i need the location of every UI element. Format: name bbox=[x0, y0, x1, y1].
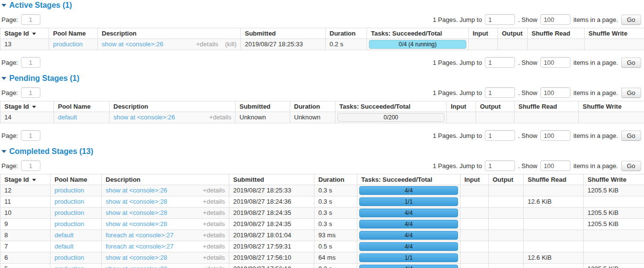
column-header-tasks-succeeded-total[interactable]: Tasks: Succeeded/Total bbox=[335, 101, 447, 112]
column-header-stage-id[interactable]: Stage Id bbox=[0, 174, 51, 185]
pool-name-link[interactable]: production bbox=[53, 40, 83, 48]
description-link[interactable]: show at <console>:28 bbox=[106, 265, 167, 268]
completed-stages-heading[interactable]: Completed Stages (13) bbox=[1, 147, 644, 156]
pool-name-link[interactable]: production bbox=[55, 187, 84, 194]
column-header-description[interactable]: Description bbox=[110, 101, 236, 112]
shuffle-write-cell bbox=[579, 112, 644, 123]
description-link[interactable]: show at <console>:28 bbox=[106, 198, 167, 206]
go-button[interactable]: Go bbox=[621, 161, 641, 171]
go-button[interactable]: Go bbox=[621, 57, 641, 68]
page-number-input[interactable] bbox=[21, 57, 40, 68]
duration-cell: 0.2 s bbox=[326, 39, 367, 50]
column-header-pool-name[interactable]: Pool Name bbox=[54, 101, 110, 112]
pager-right: 1 Pages. Jump to. Showitems in a page.Go bbox=[433, 14, 641, 25]
column-label: Duration bbox=[330, 30, 355, 37]
column-header-output[interactable]: Output bbox=[489, 174, 524, 185]
column-label: Pool Name bbox=[58, 103, 91, 110]
task-progress-bar: 1/1 bbox=[359, 253, 458, 262]
pool-name-link[interactable]: production bbox=[55, 198, 84, 205]
description-link[interactable]: foreach at <console>:27 bbox=[106, 243, 174, 250]
pool-name-link[interactable]: production bbox=[55, 209, 84, 216]
show-count-input[interactable] bbox=[540, 130, 570, 141]
show-count-input[interactable] bbox=[540, 87, 570, 98]
go-button[interactable]: Go bbox=[621, 131, 641, 141]
column-header-duration[interactable]: Duration bbox=[314, 174, 357, 185]
details-link[interactable]: +details bbox=[203, 209, 225, 217]
column-header-shuffle-write[interactable]: Shuffle Write bbox=[584, 174, 644, 185]
column-header-tasks-succeeded-total[interactable]: Tasks: Succeeded/Total bbox=[367, 28, 469, 39]
pending-stages-heading[interactable]: Pending Stages (1) bbox=[1, 74, 644, 83]
details-link[interactable]: +details bbox=[203, 243, 225, 250]
column-header-output[interactable]: Output bbox=[498, 28, 528, 39]
column-header-tasks-succeeded-total[interactable]: Tasks: Succeeded/Total bbox=[357, 174, 460, 185]
column-label: Tasks: Succeeded/Total bbox=[339, 103, 410, 110]
submitted-cell: 2019/08/27 17:56:10 bbox=[229, 252, 314, 264]
details-link[interactable]: +details bbox=[203, 187, 225, 194]
column-header-stage-id[interactable]: Stage Id bbox=[0, 101, 54, 112]
details-link[interactable]: +details bbox=[203, 220, 225, 228]
column-header-input[interactable]: Input bbox=[447, 101, 476, 112]
jump-to-input[interactable] bbox=[485, 130, 515, 141]
column-header-description[interactable]: Description bbox=[102, 174, 229, 185]
pool-name-link[interactable]: production bbox=[55, 254, 84, 261]
pool-name-link[interactable]: default bbox=[55, 243, 74, 250]
column-header-shuffle-write[interactable]: Shuffle Write bbox=[579, 101, 644, 112]
input-cell bbox=[460, 252, 489, 264]
show-count-input[interactable] bbox=[540, 160, 570, 171]
details-link[interactable]: +details bbox=[203, 198, 225, 206]
active-stages-heading[interactable]: Active Stages (1) bbox=[1, 1, 644, 10]
details-link[interactable]: +details bbox=[203, 254, 225, 262]
page-number-input[interactable] bbox=[21, 160, 40, 171]
description-link[interactable]: show at <console>:26 bbox=[102, 40, 163, 48]
pager-right: 1 Pages. Jump to. Showitems in a page.Go bbox=[433, 87, 641, 98]
pool-name-link[interactable]: production bbox=[55, 220, 84, 228]
jump-to-input[interactable] bbox=[485, 14, 515, 25]
description-link[interactable]: show at <console>:28 bbox=[106, 254, 167, 262]
details-link[interactable]: +details bbox=[203, 231, 225, 239]
details-link[interactable]: +details bbox=[203, 265, 225, 268]
column-header-input[interactable]: Input bbox=[460, 174, 489, 185]
column-header-shuffle-read[interactable]: Shuffle Read bbox=[524, 174, 584, 185]
column-label: Tasks: Succeeded/Total bbox=[361, 176, 432, 183]
pool-name-link[interactable]: default bbox=[55, 231, 74, 239]
description-link[interactable]: foreach at <console>:27 bbox=[106, 231, 174, 239]
go-button[interactable]: Go bbox=[621, 15, 641, 25]
column-header-submitted[interactable]: Submitted bbox=[229, 174, 314, 185]
details-link[interactable]: +details bbox=[209, 114, 231, 121]
shuffle-read-cell bbox=[524, 230, 584, 241]
column-header-shuffle-read[interactable]: Shuffle Read bbox=[515, 101, 579, 112]
jump-to-input[interactable] bbox=[485, 160, 515, 171]
description-link[interactable]: show at <console>:26 bbox=[113, 114, 175, 121]
show-count-input[interactable] bbox=[540, 14, 570, 25]
tasks-cell: 4/4 bbox=[357, 208, 460, 219]
items-per-page-label: items in a page. bbox=[573, 16, 618, 23]
details-link[interactable]: +details bbox=[196, 40, 218, 48]
page-number-input[interactable] bbox=[21, 14, 40, 25]
column-header-output[interactable]: Output bbox=[476, 101, 515, 112]
column-header-input[interactable]: Input bbox=[469, 28, 498, 39]
column-header-submitted[interactable]: Submitted bbox=[236, 101, 290, 112]
description-link[interactable]: show at <console>:28 bbox=[106, 209, 167, 217]
column-header-submitted[interactable]: Submitted bbox=[241, 28, 326, 39]
pool-name-link[interactable]: default bbox=[58, 114, 77, 121]
submitted-cell: 2019/08/27 18:01:04 bbox=[229, 230, 314, 241]
column-header-shuffle-read[interactable]: Shuffle Read bbox=[528, 28, 585, 39]
pool-name-link[interactable]: production bbox=[55, 265, 84, 268]
show-label: . Show bbox=[518, 132, 537, 139]
column-header-shuffle-write[interactable]: Shuffle Write bbox=[585, 28, 644, 39]
jump-to-input[interactable] bbox=[485, 87, 515, 98]
column-header-stage-id[interactable]: Stage Id bbox=[0, 28, 49, 39]
column-header-duration[interactable]: Duration bbox=[326, 28, 367, 39]
column-header-pool-name[interactable]: Pool Name bbox=[51, 174, 102, 185]
page-number-input[interactable] bbox=[21, 130, 40, 141]
show-count-input[interactable] bbox=[540, 57, 570, 68]
description-link[interactable]: show at <console>:28 bbox=[106, 220, 167, 228]
go-button[interactable]: Go bbox=[621, 88, 641, 98]
column-header-pool-name[interactable]: Pool Name bbox=[49, 28, 98, 39]
jump-to-input[interactable] bbox=[485, 57, 515, 68]
column-header-description[interactable]: Description bbox=[98, 28, 241, 39]
page-number-input[interactable] bbox=[21, 87, 40, 98]
kill-link[interactable]: (kill) bbox=[225, 40, 237, 48]
column-header-duration[interactable]: Duration bbox=[290, 101, 335, 112]
description-link[interactable]: show at <console>:26 bbox=[106, 187, 167, 194]
